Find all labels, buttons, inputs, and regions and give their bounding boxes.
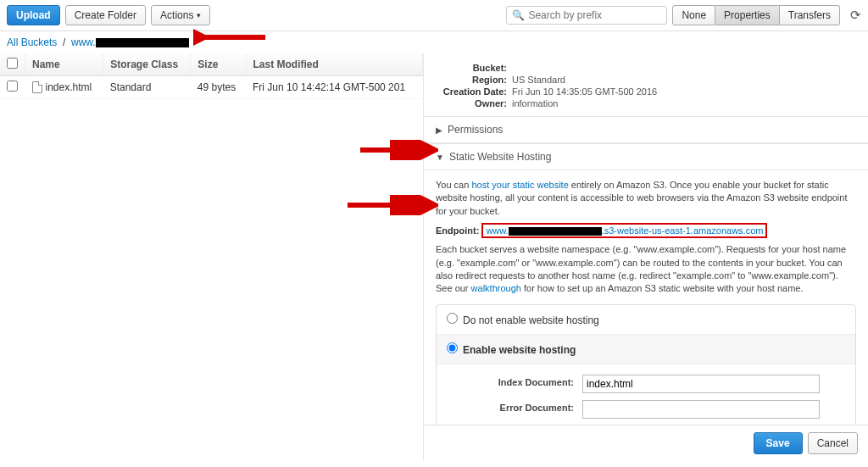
error-document-label: Error Document: xyxy=(447,400,582,413)
region-label: Region: xyxy=(436,75,512,85)
refresh-icon[interactable]: ⟳ xyxy=(850,8,861,23)
bucket-prefix: www. xyxy=(71,36,96,48)
option-enable-hosting[interactable]: Enable website hosting xyxy=(437,335,855,364)
chevron-right-icon: ▶ xyxy=(436,125,442,135)
view-tabs: None Properties Transfers xyxy=(672,5,840,25)
tab-transfers[interactable]: Transfers xyxy=(780,5,840,25)
search-icon: 🔍 xyxy=(512,9,525,21)
actions-label: Actions xyxy=(160,9,193,21)
save-button[interactable]: Save xyxy=(754,432,803,454)
tab-properties[interactable]: Properties xyxy=(715,5,780,25)
content: Name Storage Class Size Last Modified in… xyxy=(0,53,868,461)
breadcrumb: All Buckets / www. xyxy=(0,31,868,53)
option-disable-hosting[interactable]: Do not enable website hosting xyxy=(437,305,855,335)
static-hosting-label: Static Website Hosting xyxy=(449,151,552,163)
col-name[interactable]: Name xyxy=(25,53,103,76)
redacted-bucket-name xyxy=(96,38,189,47)
upload-button[interactable]: Upload xyxy=(7,5,60,25)
section-static-website-hosting[interactable]: ▼Static Website Hosting xyxy=(424,143,868,170)
row-checkbox[interactable] xyxy=(7,81,18,92)
redacted-endpoint-host xyxy=(509,227,602,236)
properties-panel: Bucket: Region:US Standard Creation Date… xyxy=(424,53,868,461)
file-name: index.html xyxy=(46,81,92,93)
cancel-button[interactable]: Cancel xyxy=(808,432,858,454)
endpoint-row: Endpoint: www. .s3-website-us-east-1.ama… xyxy=(436,223,856,238)
endpoint-link[interactable]: www. .s3-website-us-east-1.amazonaws.com xyxy=(486,225,763,236)
tab-none[interactable]: None xyxy=(672,5,715,25)
breadcrumb-all-buckets[interactable]: All Buckets xyxy=(7,36,57,48)
search-box[interactable]: 🔍 xyxy=(506,6,667,25)
radio-enable[interactable] xyxy=(447,342,458,353)
host-static-website-link[interactable]: host your static website xyxy=(471,180,568,190)
section-permissions[interactable]: ▶Permissions xyxy=(424,116,868,143)
radio-disable[interactable] xyxy=(447,313,458,324)
swh-description: Each bucket serves a website namespace (… xyxy=(436,243,856,296)
swh-intro: You can host your static website entirel… xyxy=(436,179,856,218)
panel-footer: Save Cancel xyxy=(424,425,868,461)
file-size: 49 bytes xyxy=(191,76,246,99)
actions-dropdown[interactable]: Actions▾ xyxy=(151,5,210,25)
col-last-modified[interactable]: Last Modified xyxy=(246,53,422,76)
region-value: US Standard xyxy=(512,75,565,85)
col-size[interactable]: Size xyxy=(191,53,246,76)
bucket-properties: Bucket: Region:US Standard Creation Date… xyxy=(424,53,868,116)
toolbar: Upload Create Folder Actions▾ 🔍 None Pro… xyxy=(0,0,868,31)
creation-date-label: Creation Date: xyxy=(436,86,512,97)
breadcrumb-bucket[interactable]: www. xyxy=(71,36,189,48)
file-icon xyxy=(32,81,42,93)
file-storage-class: Standard xyxy=(103,76,191,99)
creation-date-value: Fri Jun 10 14:35:05 GMT-500 2016 xyxy=(512,86,657,97)
index-document-input[interactable] xyxy=(582,375,820,393)
file-panel: Name Storage Class Size Last Modified in… xyxy=(0,53,424,461)
walkthrough-link[interactable]: walkthrough xyxy=(471,283,521,293)
file-last-modified: Fri Jun 10 14:42:14 GMT-500 201 xyxy=(246,76,422,99)
col-storage-class[interactable]: Storage Class xyxy=(103,53,191,76)
owner-value: information xyxy=(512,98,558,108)
error-document-input[interactable] xyxy=(582,400,820,419)
files-table: Name Storage Class Size Last Modified in… xyxy=(0,53,423,99)
endpoint-box: www. .s3-website-us-east-1.amazonaws.com xyxy=(481,223,767,238)
permissions-label: Permissions xyxy=(448,124,503,136)
endpoint-label: Endpoint: xyxy=(436,225,479,236)
bucket-label: Bucket: xyxy=(436,63,512,73)
static-hosting-body: You can host your static website entirel… xyxy=(424,170,868,461)
table-row[interactable]: index.html Standard 49 bytes Fri Jun 10 … xyxy=(0,76,423,99)
select-all-checkbox[interactable] xyxy=(7,58,18,69)
chevron-down-icon: ▾ xyxy=(197,11,201,19)
index-document-label: Index Document: xyxy=(447,375,582,387)
chevron-down-icon: ▼ xyxy=(436,153,444,162)
search-input[interactable] xyxy=(528,9,661,21)
owner-label: Owner: xyxy=(436,98,512,108)
create-folder-button[interactable]: Create Folder xyxy=(65,5,146,25)
